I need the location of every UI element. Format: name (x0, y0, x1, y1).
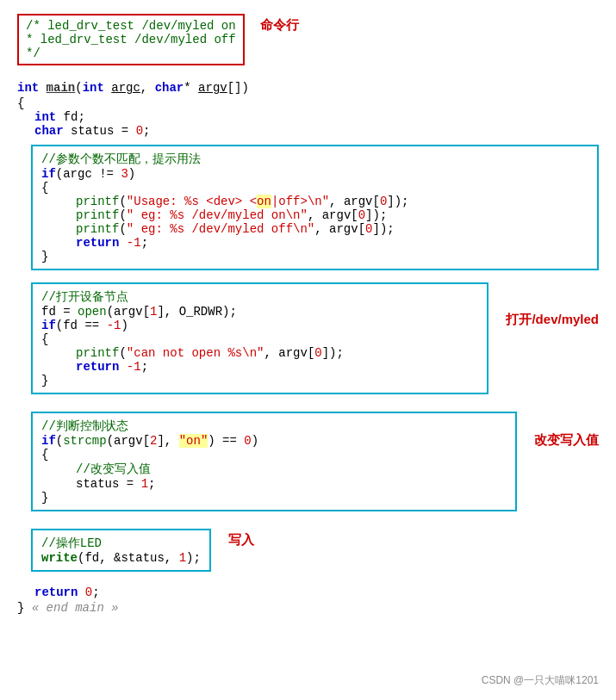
block1-printf2: printf(" eg: %s /dev/myled on\n", argv[0… (41, 208, 588, 222)
annotation-change-value: 改变写入值 (534, 432, 599, 449)
block2-return: return -1; (41, 360, 478, 374)
open-device-section: //打开设备节点 fd = open(argv[1], O_RDWR); if(… (17, 277, 599, 400)
block1-printf3: printf(" eg: %s /dev/myled off\n", argv[… (41, 222, 588, 236)
end-main-line: } « end main » (17, 601, 599, 615)
block2-brace-close: } (41, 374, 478, 387)
comment-line1: /* led_drv_test /dev/myled on (26, 19, 236, 33)
comment-line3: */ (26, 46, 236, 60)
strcmp-section: //判断控制状态 if(strcmp(argv[2], "on") == 0) … (17, 406, 599, 517)
block2-comment: //打开设备节点 (41, 289, 478, 305)
var-fd: int fd; (17, 110, 599, 124)
block3-comment: //判断控制状态 (41, 418, 507, 434)
block1-if: if(argc != 3) (41, 167, 588, 181)
command-comment-box: /* led_drv_test /dev/myled on * led_drv_… (17, 14, 245, 65)
strcmp-block: //判断控制状态 if(strcmp(argv[2], "on") == 0) … (31, 412, 517, 511)
return-0-line: return 0; (17, 585, 599, 599)
block1-brace-close: } (41, 250, 588, 263)
footer-text: CSDN @一只大喵咪1201 (482, 673, 599, 688)
block3-status: status = 1; (41, 477, 507, 491)
main-signature-line: int main(int argc, char* argv[]) (17, 81, 599, 95)
main-content: /* led_drv_test /dev/myled on * led_drv_… (17, 14, 599, 615)
block2-brace-open: { (41, 332, 478, 346)
end-main-comment: « end main » (32, 601, 119, 615)
block4-write: write(fd, &status, 1); (41, 551, 201, 565)
annotation-write: 写入 (228, 532, 254, 548)
label-command-line: 命令行 (260, 17, 299, 32)
block2-fd-open: fd = open(argv[1], O_RDWR); (41, 305, 478, 319)
annotation-open-device: 打开/dev/myled (506, 312, 599, 328)
open-device-block: //打开设备节点 fd = open(argv[1], O_RDWR); if(… (31, 282, 488, 394)
comment-line2: * led_drv_test /dev/myled off (26, 33, 236, 46)
write-section: //操作LED write(fd, &status, 1); 写入 (17, 523, 599, 577)
block1-comment: //参数个数不匹配，提示用法 (41, 152, 588, 167)
block3-brace-close: } (41, 491, 507, 505)
block2-if: if(fd == -1) (41, 319, 478, 332)
write-block: //操作LED write(fd, &status, 1); (31, 529, 211, 572)
kw-int: int (17, 81, 47, 95)
var-status: char status = 0; (17, 124, 599, 138)
block3-inner-comment: //改变写入值 (41, 462, 507, 477)
block1-brace-open: { (41, 181, 588, 195)
main-open-brace: { (17, 96, 599, 110)
argc-check-block: //参数个数不匹配，提示用法 if(argc != 3) { printf("U… (31, 145, 599, 270)
block3-brace-open: { (41, 448, 507, 462)
fn-main: main (47, 81, 76, 95)
block2-printf: printf("can not open %s\n", argv[0]); (41, 346, 478, 360)
block3-if: if(strcmp(argv[2], "on") == 0) (41, 434, 507, 448)
block1-return: return -1; (41, 236, 588, 250)
block1-printf1: printf("Usage: %s <dev> <on|off>\n", arg… (41, 195, 588, 208)
block4-comment: //操作LED (41, 536, 201, 551)
